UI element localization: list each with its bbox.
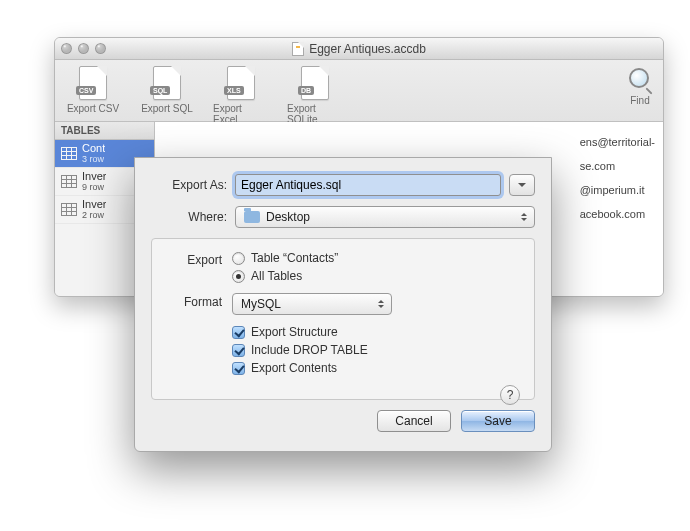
save-button[interactable]: Save (461, 410, 535, 432)
table-email-column: ens@territorial- se.com @imperium.it ace… (580, 130, 655, 226)
table-cell: se.com (580, 154, 655, 178)
table-cell: @imperium.it (580, 178, 655, 202)
toolbar-find-label: Find (630, 95, 649, 106)
format-label: Format (166, 293, 222, 309)
checkbox-export-contents[interactable]: Export Contents (232, 361, 520, 375)
checkbox-label: Include DROP TABLE (251, 343, 368, 357)
file-csv-icon: CSV (79, 66, 107, 100)
checkbox-label: Export Contents (251, 361, 337, 375)
where-popup[interactable]: Desktop (235, 206, 535, 228)
button-label: Save (484, 414, 511, 428)
checkbox-include-drop-table[interactable]: Include DROP TABLE (232, 343, 520, 357)
updown-arrows-icon (378, 297, 385, 311)
window-title-text: Egger Antiques.accdb (309, 42, 426, 56)
sidebar-item-sub: 9 row (82, 183, 106, 192)
toolbar: CSV Export CSV SQL Export SQL XLS Export… (55, 60, 663, 122)
updown-arrows-icon (521, 210, 528, 224)
filename-input[interactable] (235, 174, 501, 196)
toolbar-find[interactable]: Find (627, 66, 653, 106)
radio-table-contacts[interactable]: Table “Contacts” (232, 251, 520, 265)
sidebar-item-label: Inver (82, 199, 106, 211)
sidebar-item-sub: 2 row (82, 211, 106, 220)
radio-label: All Tables (251, 269, 302, 283)
toolbar-export-sqlite[interactable]: DB Export SQLite (287, 66, 343, 125)
toolbar-label: Export SQL (141, 103, 193, 114)
table-cell: acebook.com (580, 202, 655, 226)
sidebar-item-label: Inver (82, 171, 106, 183)
radio-all-tables[interactable]: All Tables (232, 269, 520, 283)
format-popup[interactable]: MySQL (232, 293, 392, 315)
radio-label: Table “Contacts” (251, 251, 338, 265)
titlebar: Egger Antiques.accdb (55, 38, 663, 60)
help-button[interactable]: ? (500, 385, 520, 405)
where-label: Where: (151, 210, 227, 224)
checkbox-icon (232, 326, 245, 339)
where-value: Desktop (266, 210, 310, 224)
search-icon (627, 66, 653, 92)
checkbox-icon (232, 344, 245, 357)
table-icon (61, 175, 77, 188)
disclosure-button[interactable] (509, 174, 535, 196)
file-sql-icon: SQL (153, 66, 181, 100)
sidebar-item-label: Cont (82, 143, 105, 155)
radio-icon (232, 270, 245, 283)
file-xls-icon: XLS (227, 66, 255, 100)
sidebar-item-sub: 3 row (82, 155, 105, 164)
checkbox-icon (232, 362, 245, 375)
export-sheet: Export As: Where: Desktop Export Table “… (134, 157, 552, 452)
export-scope-label: Export (166, 251, 222, 267)
window-title: Egger Antiques.accdb (55, 42, 663, 56)
toolbar-export-sql[interactable]: SQL Export SQL (139, 66, 195, 114)
dialog-buttons: Cancel Save (151, 410, 535, 432)
table-cell: ens@territorial- (580, 130, 655, 154)
document-icon (292, 42, 304, 56)
checkbox-export-structure[interactable]: Export Structure (232, 325, 520, 339)
export-as-label: Export As: (151, 178, 227, 192)
table-icon (61, 147, 77, 160)
toolbar-label: Export CSV (67, 103, 119, 114)
checkbox-label: Export Structure (251, 325, 338, 339)
file-sqlite-icon: DB (301, 66, 329, 100)
button-label: Cancel (395, 414, 432, 428)
cancel-button[interactable]: Cancel (377, 410, 451, 432)
toolbar-export-csv[interactable]: CSV Export CSV (65, 66, 121, 114)
sidebar-header: TABLES (55, 122, 154, 140)
folder-icon (244, 211, 260, 223)
format-value: MySQL (241, 297, 281, 311)
radio-icon (232, 252, 245, 265)
export-options-panel: Export Table “Contacts” All Tables Forma… (151, 238, 535, 400)
toolbar-export-excel[interactable]: XLS Export Excel (213, 66, 269, 125)
help-icon: ? (507, 388, 514, 402)
table-icon (61, 203, 77, 216)
